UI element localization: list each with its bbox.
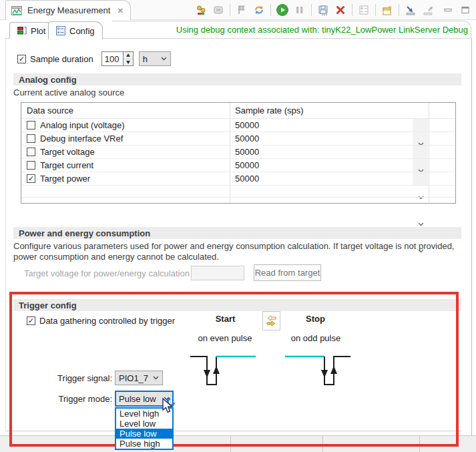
swap-start-stop-button[interactable] <box>262 311 280 330</box>
chevron-down-icon <box>161 57 167 61</box>
table-row[interactable]: Analog input (voltage) 50000 <box>21 119 455 132</box>
view-minimize-button[interactable] <box>440 2 456 18</box>
row-checkbox[interactable]: ✓ <box>27 174 35 183</box>
tab-config[interactable]: Config <box>48 21 103 39</box>
row-checkbox[interactable] <box>27 134 35 143</box>
table-row[interactable]: ✓ Target power 50000 <box>21 172 455 186</box>
start-waveform <box>189 350 257 393</box>
trigger-title: Trigger config <box>19 300 77 310</box>
spinner-buttons <box>123 52 133 65</box>
toolbar-separator <box>230 4 230 16</box>
close-icon[interactable]: ✕ <box>117 6 124 15</box>
import-icon <box>405 5 416 15</box>
table-row[interactable]: Debug interface VRef 50000 <box>21 132 455 146</box>
view-tab-title: Energy Measurement <box>27 5 110 15</box>
bottom-strip-divider <box>419 435 420 452</box>
new-window-icon <box>382 5 393 16</box>
row-source-label: Analog input (voltage) <box>40 120 124 130</box>
toolbar-export-flag-button[interactable] <box>234 2 250 18</box>
bottom-strip-divider <box>322 435 323 452</box>
trigger-signal-value: PIO1_7 <box>119 373 148 383</box>
tab-config-label: Config <box>69 26 95 36</box>
toolbar-save-button[interactable] <box>315 2 331 18</box>
row-source-label: Target voltage <box>40 147 95 157</box>
view-tab[interactable]: Energy Measurement ✕ <box>5 0 131 20</box>
table-row[interactable]: Target voltage 50000 <box>21 146 455 159</box>
view-toolbar <box>193 0 473 20</box>
row-rate-value[interactable]: 50000 <box>235 147 259 157</box>
view-maximize-button[interactable] <box>457 2 473 18</box>
row-rate-value[interactable]: 50000 <box>235 160 259 170</box>
read-from-target-label: Read from target <box>255 268 320 278</box>
config-tab-icon <box>56 26 65 35</box>
toolbar-new-window-button[interactable] <box>379 2 395 18</box>
row-source-label: Target power <box>40 174 90 184</box>
sample-duration-row: ✓ Sample duration 100 h <box>17 51 171 66</box>
dropdown-option-pulse-low[interactable]: Pulse low <box>116 429 172 439</box>
content-bottom-border <box>5 431 461 431</box>
sample-duration-value[interactable]: 100 <box>102 52 123 65</box>
toolbar-separator <box>270 4 271 16</box>
trigger-mode-value: Pulse low <box>119 394 156 404</box>
start-subtitle: on even pulse <box>188 333 262 343</box>
spinner-down-button[interactable] <box>124 59 133 66</box>
trigger-mode-label: Trigger mode: <box>56 394 112 404</box>
gears-icon <box>196 5 206 15</box>
analog-subtitle: Current active analog source <box>13 87 124 97</box>
toolbar-separator <box>352 4 352 16</box>
row-source-label: Debug interface VRef <box>40 134 123 144</box>
toolbar-start-button[interactable] <box>274 2 290 18</box>
toolbar-refresh-button[interactable] <box>251 2 267 18</box>
dropdown-option-pulse-high[interactable]: Pulse high <box>116 439 172 449</box>
toolbar-snapshot-button[interactable] <box>210 2 226 18</box>
busy-cursor <box>161 397 176 415</box>
duration-unit-select[interactable]: h <box>139 51 171 66</box>
spinner-up-button[interactable] <box>124 52 133 59</box>
target-voltage-input[interactable] <box>191 266 244 280</box>
tab-plot[interactable]: Plot <box>9 22 53 39</box>
snapshot-icon <box>213 5 224 15</box>
row-checkbox[interactable] <box>27 148 35 156</box>
analog-table: Data source Sample rate (sps) Analog inp… <box>21 102 456 204</box>
table-empty-row <box>21 186 455 198</box>
row-checkbox[interactable] <box>27 161 35 170</box>
trigger-signal-select[interactable]: PIO1_7 <box>115 371 163 385</box>
data-gathering-label: Data gathering controlled by trigger <box>39 316 175 326</box>
swap-arrows-icon <box>266 315 277 326</box>
table-header-data-source: Data source <box>27 105 73 116</box>
maximize-icon <box>461 5 470 15</box>
minimize-icon <box>443 5 453 15</box>
sample-duration-spinner[interactable]: 100 <box>101 51 134 66</box>
pause-icon <box>294 5 305 15</box>
toolbar-import-button[interactable] <box>403 2 419 18</box>
triangle-down-icon <box>126 61 130 64</box>
triangle-up-icon <box>126 53 130 57</box>
table-header-sample-rate: Sample rate (sps) <box>235 105 304 116</box>
toolbar-pause-button[interactable] <box>292 2 308 18</box>
table-header-row: Data source Sample rate (sps) <box>21 103 455 119</box>
sample-duration-checkbox[interactable]: ✓ <box>17 55 26 63</box>
table-row[interactable]: Target current 50000 <box>21 159 455 172</box>
data-gathering-checkbox[interactable]: ✓ <box>27 316 35 325</box>
toolbar-delete-button[interactable] <box>332 2 348 18</box>
row-rate-value[interactable]: 50000 <box>235 174 259 184</box>
power-title: Power and energy consumption <box>19 228 150 238</box>
toolbar-settings-button[interactable] <box>193 2 209 18</box>
read-from-target-button[interactable]: Read from target <box>254 264 321 281</box>
target-voltage-label: Target voltage for power/energy calculat… <box>24 268 204 278</box>
row-rate-value[interactable]: 50000 <box>235 134 259 144</box>
content-left-border <box>5 39 6 431</box>
start-title: Start <box>197 314 254 324</box>
row-checkbox[interactable] <box>27 121 35 130</box>
toolbar-separator <box>399 4 399 16</box>
options-form-icon <box>359 5 369 15</box>
energy-measurement-icon <box>11 6 23 15</box>
tab-plot-label: Plot <box>31 26 45 36</box>
row-rate-value[interactable]: 50000 <box>235 120 259 130</box>
bottom-strip-divider <box>230 435 231 452</box>
dropdown-option-level-low[interactable]: Level low <box>116 419 172 429</box>
trigger-signal-label: Trigger signal: <box>56 373 112 383</box>
toolbar-display-options-button[interactable] <box>356 2 372 18</box>
toolbar-export-button[interactable] <box>420 2 436 18</box>
refresh-icon <box>254 5 264 15</box>
